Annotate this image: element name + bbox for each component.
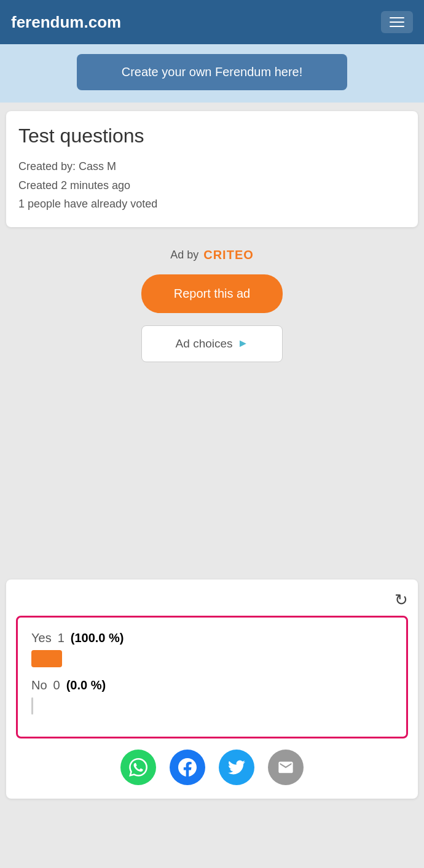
yes-bar-container [31, 650, 393, 667]
criteo-logo: CRITEO [203, 248, 254, 262]
ad-section: Ad by CRITEO Report this ad Ad choices ► [0, 236, 424, 579]
banner-area: Create your own Ferendum here! [0, 44, 424, 103]
no-count: 0 [53, 678, 60, 692]
twitter-share-button[interactable] [219, 750, 254, 785]
yes-count: 1 [58, 631, 65, 645]
email-icon [277, 759, 294, 776]
no-bar [31, 697, 33, 715]
ad-choices-label: Ad choices [176, 337, 233, 351]
whatsapp-share-button[interactable] [120, 750, 156, 785]
email-share-button[interactable] [268, 750, 304, 785]
results-box: Yes 1 (100.0 %) No 0 (0.0 %) [16, 616, 408, 738]
ad-by-line: Ad by CRITEO [170, 248, 254, 262]
results-header: ↻ [16, 591, 408, 610]
poll-meta: Created by: Cass M Created 2 minutes ago… [18, 157, 406, 214]
social-share-row [16, 750, 408, 785]
result-row-no: No 0 (0.0 %) [31, 678, 393, 715]
report-ad-button[interactable]: Report this ad [141, 274, 283, 313]
refresh-button[interactable]: ↻ [395, 591, 408, 610]
header: ferendum.com [0, 0, 424, 44]
poll-votes-count: 1 people have already voted [18, 195, 406, 214]
ad-choices-button[interactable]: Ad choices ► [141, 325, 283, 362]
hamburger-line-3 [390, 26, 404, 27]
whatsapp-icon [129, 758, 147, 777]
hamburger-line-1 [390, 17, 404, 18]
poll-created-by: Created by: Cass M [18, 157, 406, 176]
create-ferendum-button[interactable]: Create your own Ferendum here! [77, 54, 347, 90]
poll-title: Test questions [18, 125, 406, 147]
facebook-share-button[interactable] [170, 750, 205, 785]
result-row-yes: Yes 1 (100.0 %) [31, 631, 393, 667]
results-card: ↻ Yes 1 (100.0 %) No 0 (0.0 %) [6, 579, 418, 799]
no-bar-container [31, 697, 393, 715]
site-logo: ferendum.com [11, 13, 121, 32]
no-label: No [31, 678, 47, 692]
result-yes-label-line: Yes 1 (100.0 %) [31, 631, 393, 645]
poll-created-time: Created 2 minutes ago [18, 176, 406, 195]
ad-by-text: Ad by [170, 249, 198, 262]
yes-bar [31, 650, 62, 667]
yes-pct: (100.0 %) [71, 631, 124, 645]
twitter-icon [228, 759, 245, 776]
result-no-label-line: No 0 (0.0 %) [31, 678, 393, 692]
poll-card: Test questions Created by: Cass M Create… [6, 111, 418, 227]
no-pct: (0.0 %) [66, 678, 106, 692]
hamburger-line-2 [390, 21, 404, 23]
menu-button[interactable] [381, 11, 413, 33]
facebook-icon [178, 758, 197, 777]
yes-label: Yes [31, 631, 52, 645]
ad-choices-icon: ► [238, 337, 249, 350]
